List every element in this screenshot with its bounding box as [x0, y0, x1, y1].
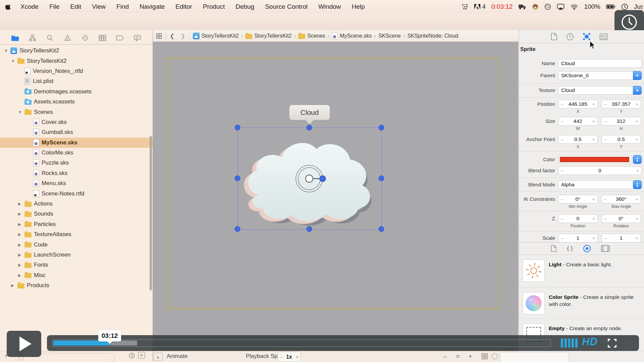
- navigator-file-row[interactable]: Assets.xcassets: [0, 97, 153, 107]
- navigator-file-row[interactable]: Cover.sks: [0, 117, 153, 127]
- library-item[interactable]: Light - Create a basic light.: [519, 255, 644, 282]
- position-y-stepper[interactable]: –397.357+: [601, 100, 641, 108]
- blend-factor-stepper[interactable]: –0+: [558, 166, 642, 175]
- disclosure-triangle-icon[interactable]: [18, 232, 24, 237]
- selection-handle-left[interactable]: [235, 176, 240, 181]
- navigator-file-row[interactable]: LaunchScreen: [0, 250, 153, 260]
- wifi-icon[interactable]: [570, 4, 578, 10]
- z-position-stepper[interactable]: –0+: [558, 214, 598, 223]
- navigator-file-row[interactable]: TextureAtlases: [0, 229, 153, 239]
- recent-files-clock-icon[interactable]: [129, 353, 135, 359]
- timeline-toggle-icon[interactable]: ▲: [153, 353, 163, 361]
- name-field[interactable]: Cloud: [558, 59, 642, 68]
- breadcrumb-segment[interactable]: StoryTellersKit2 ›: [245, 33, 298, 39]
- navigator-file-row[interactable]: ColorMe.sks: [0, 148, 153, 158]
- report-navigator-tab[interactable]: [132, 34, 143, 42]
- breakpoint-navigator-tab[interactable]: [115, 34, 125, 42]
- airplay-icon[interactable]: [557, 4, 565, 10]
- disclosure-triangle-icon[interactable]: [18, 212, 24, 216]
- selection-handle-bottom-right[interactable]: [379, 226, 384, 232]
- menu-item[interactable]: Help: [346, 0, 370, 13]
- disclosure-triangle-icon[interactable]: [11, 283, 17, 288]
- chevron-down-icon[interactable]: ▼: [633, 86, 642, 95]
- menu-item[interactable]: Debug: [230, 0, 260, 13]
- navigator-file-row[interactable]: DemoImages.xcassets: [0, 87, 153, 97]
- forward-button[interactable]: ❯: [177, 33, 188, 40]
- disclosure-triangle-icon[interactable]: [18, 242, 24, 247]
- video-progress-track[interactable]: [52, 340, 551, 347]
- breadcrumb-segment[interactable]: Scenes ›: [298, 33, 332, 39]
- media-inspector-tab[interactable]: [599, 33, 608, 40]
- battery-icon[interactable]: [606, 4, 615, 9]
- blend-mode-stepper-button[interactable]: ▲▼: [633, 180, 642, 189]
- menu-item[interactable]: Edit: [65, 0, 87, 13]
- disclosure-triangle-icon[interactable]: [18, 222, 24, 227]
- navigator-file-row[interactable]: Products: [0, 280, 153, 290]
- search-navigator-tab[interactable]: [45, 34, 55, 42]
- related-items-icon[interactable]: [153, 33, 165, 39]
- navigator-file-row[interactable]: MyScene.sks: [0, 138, 153, 148]
- navigator-file-row[interactable]: Sounds: [0, 209, 153, 219]
- disclosure-triangle-icon[interactable]: [18, 263, 24, 267]
- selection-handle-bottom[interactable]: [307, 226, 312, 232]
- size-width-stepper[interactable]: –442+: [558, 117, 598, 126]
- adobe-icon[interactable]: 4: [474, 3, 486, 10]
- navigator-file-row[interactable]: Gumball.sks: [0, 127, 153, 137]
- video-volume-control[interactable]: [561, 338, 578, 348]
- scale-x-stepper[interactable]: –1+: [558, 234, 598, 242]
- target-icon[interactable]: [492, 353, 498, 359]
- clock-menu-icon[interactable]: [621, 3, 628, 10]
- screen-recording-timer[interactable]: 0:03:12: [491, 3, 513, 10]
- video-play-button[interactable]: [7, 331, 41, 357]
- color-well[interactable]: [558, 155, 631, 164]
- symbol-navigator-tab[interactable]: [28, 34, 38, 42]
- breadcrumb-segment[interactable]: SKSpriteNode: Cloud ›: [407, 33, 458, 39]
- help-inspector-tab[interactable]: ?: [566, 33, 574, 41]
- navigator-file-row[interactable]: Rocks.sks: [0, 168, 153, 178]
- breadcrumb-segment[interactable]: MyScene.sks ›: [332, 32, 378, 40]
- navigator-scrollbar[interactable]: [150, 136, 152, 290]
- playback-speed-stepper[interactable]: –1x+: [277, 352, 301, 362]
- navigator-file-row[interactable]: Particles: [0, 219, 153, 229]
- scale-y-stepper[interactable]: –1+: [601, 234, 641, 242]
- zoom-in-button[interactable]: +: [468, 352, 472, 360]
- zoom-reset-button[interactable]: =: [456, 352, 460, 360]
- selection-handle-top-right[interactable]: [379, 125, 384, 131]
- breadcrumb-segment[interactable]: SKScene ›: [378, 33, 407, 39]
- navigator-file-row[interactable]: Fonts: [0, 260, 153, 270]
- code-snippet-library-tab[interactable]: { }: [567, 245, 573, 252]
- disclosure-triangle-icon[interactable]: [18, 253, 24, 257]
- navigator-file-row[interactable]: Misc: [0, 270, 153, 280]
- menu-item[interactable]: Navigate: [134, 0, 170, 13]
- test-navigator-tab[interactable]: [80, 34, 90, 42]
- selection-handle-right[interactable]: [379, 176, 384, 181]
- grid-icon[interactable]: [482, 353, 488, 359]
- video-hd-badge[interactable]: HD: [582, 336, 598, 348]
- navigator-file-row[interactable]: Version_Notes_.rtfd: [0, 66, 153, 76]
- disclosure-triangle-icon[interactable]: [18, 201, 24, 206]
- issue-navigator-tab[interactable]: [62, 34, 72, 42]
- anchor-x-stepper[interactable]: –0.5+: [558, 135, 598, 144]
- canvas-zoom-field[interactable]: [500, 352, 569, 362]
- menu-item[interactable]: Window: [313, 0, 346, 13]
- app-icon[interactable]: [532, 3, 539, 10]
- color-stepper-button[interactable]: ▲▼: [633, 155, 642, 164]
- dots-grid-icon[interactable]: [462, 3, 468, 10]
- menu-item[interactable]: Find: [111, 0, 134, 13]
- back-button[interactable]: ❮: [167, 33, 177, 40]
- media-library-tab[interactable]: [601, 245, 610, 252]
- disclosure-triangle-icon[interactable]: [18, 273, 24, 278]
- file-template-library-tab[interactable]: [551, 245, 557, 252]
- video-fullscreen-button[interactable]: [606, 337, 618, 349]
- z-rotation-stepper[interactable]: –0°+: [601, 214, 641, 223]
- project-navigator-tab[interactable]: [10, 34, 20, 42]
- object-library-tab[interactable]: [583, 244, 591, 253]
- ik-max-angle-stepper[interactable]: –360°+: [601, 195, 641, 203]
- unsaved-files-icon[interactable]: ×: [138, 352, 145, 359]
- selection-handle-top[interactable]: [307, 125, 312, 131]
- navigator-file-row[interactable]: Menu.sks: [0, 178, 153, 188]
- animate-button[interactable]: Animate: [167, 353, 187, 360]
- navigator-file-row[interactable]: StoryTellersKit2: [0, 56, 153, 66]
- parent-dropdown[interactable]: SKScene_0: [558, 71, 642, 80]
- zoom-out-button[interactable]: –: [443, 352, 447, 360]
